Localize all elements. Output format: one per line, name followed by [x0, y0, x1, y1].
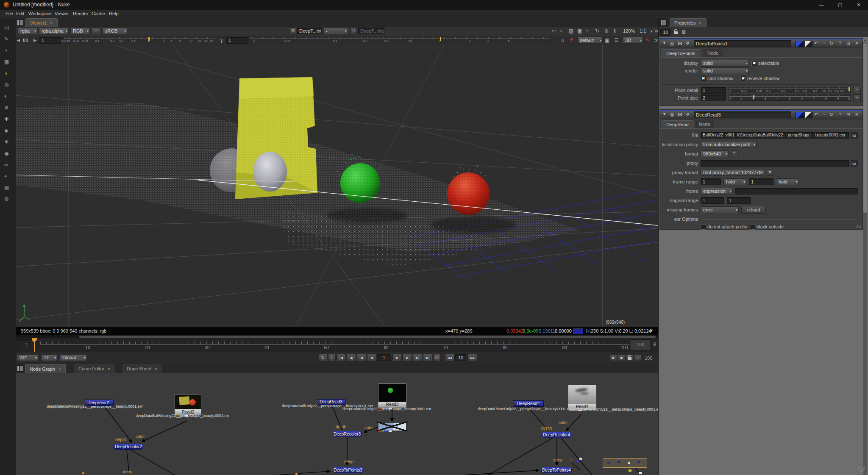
cast-shadow-checkbox[interactable]: ✖	[701, 76, 706, 81]
gamma-slider[interactable]: 0 0.01 0.1 0.2 0.3 0.5 1 2 3 5	[251, 37, 551, 43]
current-frame-field[interactable]: 1	[378, 354, 390, 361]
keyer-toolbar-icon[interactable]: ◐	[4, 93, 7, 100]
input-a-field[interactable]: DeepT...ints5	[297, 28, 322, 34]
viewer-hscrollbar[interactable]	[16, 335, 658, 338]
range-mode-dropdown[interactable]: Global	[60, 354, 87, 361]
redo-icon[interactable]: ↷	[822, 112, 826, 117]
file-field[interactable]: BallOnly22_v001_t01/deepDataBallOnly22__…	[701, 132, 849, 139]
node-color-swatch[interactable]	[796, 41, 804, 47]
frame-range-end-mode-dropdown[interactable]: hold	[776, 178, 799, 185]
node-deeptopoints3[interactable]: DeepToPoints3	[333, 467, 363, 473]
menu-render[interactable]: Render	[73, 11, 88, 16]
point-detail-slider[interactable]: 0 0.01 0.05 0.1 0.2 0.3 0.4 0.5 0.6 0.7 …	[729, 87, 851, 93]
node-graph[interactable]: deepDataBallMissing22__perspShape__beaut…	[16, 373, 658, 475]
node-deeprecolor3[interactable]: DeepRecolor3	[333, 431, 362, 437]
tab-close-icon[interactable]: ✕	[698, 21, 702, 25]
deep-toolbar-icon[interactable]: ◉	[4, 150, 8, 157]
node-name-field[interactable]: DeepRead3	[694, 111, 791, 118]
prev-stop-icon[interactable]: ◀	[17, 37, 20, 44]
tiny-node-yellow[interactable]	[629, 469, 632, 472]
receive-shadow-checkbox[interactable]: ✖	[740, 76, 746, 81]
do-not-attach-prefix-checkbox[interactable]	[701, 224, 706, 230]
input-b-button[interactable]: B	[351, 28, 357, 34]
black-outside-checkbox[interactable]	[750, 224, 755, 230]
scrollbar-handle[interactable]	[863, 43, 867, 213]
proxy-format-dropdown[interactable]: root.proxy_format 1024x778	[701, 169, 764, 176]
step-forward-icon[interactable]: ▶	[392, 354, 402, 361]
next-stop-icon[interactable]: ▶	[33, 37, 36, 44]
properties-scrollbar[interactable]: ▴	[863, 37, 867, 475]
node-color-swatch[interactable]	[796, 112, 804, 118]
go-start-icon[interactable]: |◀	[337, 354, 346, 361]
close-panel-icon[interactable]: ✕	[855, 41, 859, 46]
info-caret-icon[interactable]: ▼	[650, 328, 654, 333]
pane-menu-icon[interactable]	[660, 19, 667, 26]
format-dropdown[interactable]: 960x540	[701, 150, 729, 157]
point-size-handle[interactable]	[753, 95, 754, 99]
undo-icon[interactable]: ↶	[814, 112, 818, 117]
node-deeprecolor4[interactable]: DeepRecolor4	[542, 432, 571, 438]
in-marker-icon[interactable]: I	[328, 354, 336, 361]
color-picker-icon[interactable]: Ψ	[685, 112, 689, 117]
loop-mode-icon[interactable]: O	[433, 354, 441, 361]
alpha-dropdown[interactable]: rgba.alpha	[39, 28, 69, 34]
window-resize-grip[interactable]	[858, 467, 865, 472]
backdrop-dot[interactable]	[82, 472, 84, 474]
original-range-start-field[interactable]: 1	[701, 197, 724, 204]
image-toolbar-icon[interactable]: ▤	[4, 24, 9, 31]
decrement-icon[interactable]: ◀◀	[445, 354, 454, 361]
node-shape-icon[interactable]: ⋈	[678, 112, 682, 117]
lut-dropdown[interactable]: sRGB	[103, 28, 127, 34]
3d-toolbar-icon[interactable]: ◈	[4, 127, 8, 134]
channel-toolbar-icon[interactable]: ▩	[4, 58, 9, 65]
pane-menu-icon[interactable]	[17, 365, 23, 372]
format-center-icon[interactable]: ▫	[560, 28, 562, 34]
node-deepread1[interactable]: DeepRead1	[84, 400, 114, 406]
play-backward-icon[interactable]: ◀	[357, 354, 366, 361]
node-deepread4[interactable]: DeepRead4	[513, 400, 544, 407]
play-forward-icon[interactable]: ▶	[403, 354, 412, 361]
color-toolbar-icon[interactable]: ◑	[4, 70, 7, 77]
camera-icon[interactable]: ▣	[605, 37, 609, 44]
original-range-end-field[interactable]: 1	[727, 197, 751, 204]
point-size-slider[interactable]: 0 1 2 3 4 5 6 7 8 9 10	[729, 94, 851, 101]
gain-input[interactable]: 1	[39, 37, 61, 44]
scroll-up-icon[interactable]: ▴	[863, 37, 867, 42]
localization-policy-dropdown[interactable]: from auto-localize path	[701, 141, 757, 148]
clear-panels-icon[interactable]: ⊠	[682, 29, 686, 35]
menu-viewer[interactable]: Viewer	[55, 11, 69, 16]
file-browse-icon[interactable]: ▤	[851, 132, 858, 139]
filter-toolbar-icon[interactable]: ◎	[4, 81, 8, 88]
ratio-caret-icon[interactable]: ▾	[651, 28, 653, 35]
go-end-icon[interactable]: ▶|	[423, 354, 432, 361]
gain-slider[interactable]: 0.0156 0.03 0.05 0.1 0.2 0.3 0.5 1 2 3 5…	[64, 37, 215, 43]
transform-toolbar-icon[interactable]: ✚	[4, 116, 8, 122]
merge-toolbar-icon[interactable]: ⊕	[4, 104, 8, 111]
other-toolbar-icon[interactable]: ⚙	[4, 196, 9, 203]
close-button[interactable]: ✕	[849, 0, 868, 10]
timeline-chevrons-icon[interactable]: ≫	[652, 342, 657, 347]
tab-close-icon[interactable]: ✕	[50, 21, 53, 25]
render-dropdown[interactable]: solid	[701, 67, 749, 74]
graph-overview-box[interactable]	[603, 458, 647, 468]
draw-toolbar-icon[interactable]: ✎	[4, 36, 8, 42]
revert-icon[interactable]: ↻	[829, 41, 833, 46]
tab-close-icon[interactable]: ✕	[58, 367, 61, 372]
help-icon[interactable]: ?	[839, 112, 841, 117]
close-panel-icon[interactable]: ✕	[855, 112, 859, 117]
tiny-node-white[interactable]	[639, 472, 642, 474]
frame-expression-field[interactable]	[735, 188, 858, 194]
gl-color-swatch[interactable]	[804, 112, 812, 118]
scanlines-icon[interactable]: ≡	[586, 28, 589, 34]
input-b-field[interactable]: DeepT...ints3	[358, 28, 384, 34]
node-deepread3[interactable]: DeepRead3	[317, 399, 345, 405]
menu-file[interactable]: File	[6, 11, 13, 16]
node-read3[interactable]: Read3	[378, 383, 406, 408]
tab-node[interactable]: Node	[695, 120, 714, 128]
color-picker-icon[interactable]: Ψ	[685, 41, 689, 46]
node-deeptopoints4[interactable]: DeepToPoints4	[541, 467, 572, 473]
collapse-icon[interactable]: ▼	[662, 112, 666, 116]
step-back-icon[interactable]: ◀	[367, 354, 376, 361]
menu-workspace[interactable]: Workspace	[28, 11, 52, 16]
next-keyframe-icon[interactable]: ▶|	[413, 354, 422, 361]
